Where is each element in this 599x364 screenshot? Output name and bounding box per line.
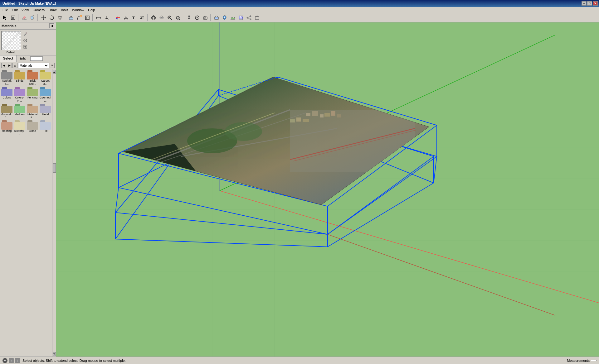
make-component-button[interactable] (9, 14, 17, 22)
tab-edit[interactable]: Edit (17, 55, 29, 62)
push-pull-button[interactable] (67, 14, 75, 22)
material-item-tile[interactable]: Tile (39, 120, 51, 136)
status-icon-2[interactable]: ? (15, 358, 20, 363)
nav-forward-button[interactable]: ▶ (7, 63, 12, 68)
materials-title: Materials (2, 24, 17, 28)
move-button[interactable] (40, 14, 47, 22)
tab-select[interactable]: Select (0, 55, 17, 62)
get-models-button[interactable]: 3D (237, 14, 245, 22)
menu-tools[interactable]: Tools (58, 7, 70, 12)
close-button[interactable]: ✕ (593, 1, 598, 6)
svg-point-75 (25, 40, 26, 41)
scale-button[interactable] (56, 14, 64, 22)
scroll-down-button[interactable]: ▼ (53, 352, 56, 356)
material-edit-tools (22, 31, 29, 54)
material-item-geometric[interactable]: Geometri... (39, 87, 51, 103)
svg-rect-120 (320, 114, 324, 117)
maximize-button[interactable]: □ (587, 1, 592, 6)
scroll-up-button[interactable]: ▲ (53, 70, 56, 74)
material-item-ground[interactable]: Groundco... (1, 103, 13, 120)
share-model-button[interactable] (245, 14, 253, 22)
create-material-button[interactable] (22, 44, 28, 50)
svg-point-34 (152, 16, 155, 20)
minimize-button[interactable]: ─ (582, 1, 587, 6)
status-icon-0[interactable]: ● (2, 358, 7, 363)
offset-button[interactable] (84, 14, 91, 22)
materials-dropdown[interactable]: Materials Colors Brick and Mortar Roofin… (18, 63, 49, 68)
svg-rect-123 (337, 114, 341, 117)
menu-help[interactable]: Help (86, 7, 97, 12)
menu-window[interactable]: Window (70, 7, 86, 12)
material-item-colors[interactable]: Colors (1, 87, 13, 103)
axes-button[interactable] (114, 14, 122, 22)
dimensions-button[interactable]: dim (122, 14, 130, 22)
title-bar: Untitled - SketchUp Make [EVAL] ─ □ ✕ (0, 0, 599, 7)
svg-line-5 (32, 15, 34, 16)
section-plane-button[interactable] (213, 14, 220, 22)
paint-bucket-button[interactable] (29, 14, 36, 22)
svg-text:3T: 3T (140, 16, 144, 20)
material-search-input[interactable] (30, 56, 43, 61)
material-item-brick[interactable]: Brick and... (27, 70, 39, 86)
zoom-button[interactable] (166, 14, 173, 22)
erase-button[interactable] (21, 14, 28, 22)
viewport[interactable] (56, 22, 599, 357)
svg-rect-19 (86, 17, 88, 19)
svg-line-113 (144, 113, 275, 163)
material-item-metal[interactable]: Metal (39, 103, 51, 120)
protractor-button[interactable] (103, 14, 110, 22)
svg-marker-8 (43, 15, 44, 16)
menu-edit[interactable]: Edit (10, 7, 20, 12)
material-item-markers[interactable]: Markers (13, 103, 26, 120)
material-tabs: Select Edit (0, 55, 56, 62)
material-scrollbar[interactable]: ▲ ▼ (52, 69, 56, 357)
material-item-roofing[interactable]: Roofing (1, 120, 13, 136)
viewport-svg (56, 22, 599, 357)
materials-expand-button[interactable]: ◀ (49, 23, 54, 28)
nav-back-button[interactable]: ◀ (1, 63, 6, 68)
tape-measure-button[interactable] (95, 14, 102, 22)
menu-draw[interactable]: Draw (46, 7, 58, 12)
status-icon-1[interactable]: ! (9, 358, 14, 363)
svg-line-40 (179, 19, 180, 20)
svg-point-60 (250, 16, 251, 17)
select-tool-button[interactable] (1, 14, 9, 22)
svg-line-115 (218, 77, 278, 96)
material-item-carpet[interactable]: Carpet a... (39, 70, 51, 86)
nav-home-button[interactable]: ⌂ (12, 63, 17, 68)
share-component-button[interactable] (253, 14, 261, 22)
scroll-thumb[interactable] (53, 163, 56, 173)
material-item-material-s[interactable]: Material s... (27, 103, 39, 120)
text-button[interactable]: T (130, 14, 138, 22)
orbit-button[interactable] (150, 14, 157, 22)
svg-point-48 (197, 17, 198, 18)
material-default-label: Default (7, 51, 16, 54)
toggle-terrain-button[interactable] (229, 14, 236, 22)
material-item-blinds[interactable]: Blinds (13, 70, 26, 86)
walk-button[interactable] (185, 14, 193, 22)
display-color-button[interactable] (22, 38, 28, 43)
material-item-colors-n[interactable]: Colors-N... (13, 87, 26, 103)
zoom-extents-button[interactable] (174, 14, 182, 22)
pan-button[interactable] (158, 14, 165, 22)
menu-file[interactable]: File (1, 7, 10, 12)
position-camera-button[interactable] (202, 14, 209, 22)
add-location-button[interactable] (221, 14, 228, 22)
3dtext-button[interactable]: 3T (139, 14, 146, 22)
rotate-button[interactable] (48, 14, 56, 22)
nav-dropdown-button[interactable]: ▼ (50, 63, 55, 68)
material-item-stone[interactable]: Stone (27, 120, 39, 136)
follow-me-button[interactable] (75, 14, 83, 22)
measurements-box[interactable] (591, 360, 597, 361)
material-item-fencing[interactable]: Fencing (27, 87, 39, 103)
menu-camera[interactable]: Camera (31, 7, 46, 12)
material-item-sketchy[interactable]: Sketchy... (13, 120, 26, 136)
menu-view[interactable]: View (20, 7, 31, 12)
svg-marker-97 (119, 110, 437, 234)
material-swatch (1, 31, 21, 50)
svg-rect-65 (255, 17, 259, 19)
material-item-asphalt[interactable]: Asphalt a... (1, 70, 13, 86)
sample-paint-button[interactable] (22, 31, 28, 37)
look-around-button[interactable] (193, 14, 201, 22)
search-input-box[interactable] (29, 55, 44, 62)
